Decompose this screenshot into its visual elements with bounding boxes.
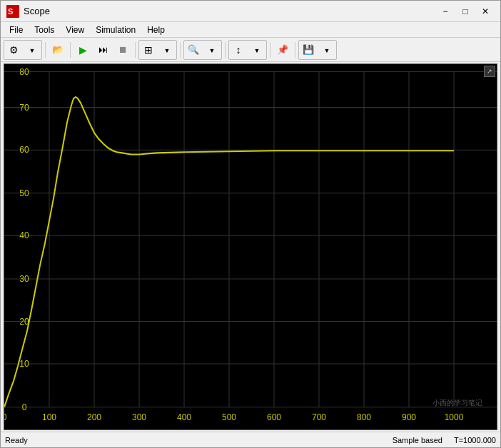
status-ready-label: Ready [5, 436, 393, 444]
settings-dropdown[interactable] [23, 41, 41, 59]
settings-icon [9, 44, 19, 56]
zoom-dropdown[interactable] [203, 41, 221, 59]
svg-text:60: 60 [19, 145, 29, 155]
settings-group [4, 40, 42, 60]
expand-button[interactable]: ↗ [484, 66, 495, 77]
svg-text:1000: 1000 [445, 412, 464, 422]
svg-text:300: 300 [132, 412, 146, 422]
svg-text:800: 800 [357, 412, 371, 422]
time-label: T=1000.000 [454, 436, 496, 444]
menu-help[interactable]: Help [141, 24, 171, 36]
zoom-icon [188, 44, 199, 55]
chevron-down-icon-5 [324, 45, 330, 55]
save-icon [303, 44, 314, 55]
window-controls: − □ ✕ [436, 4, 495, 19]
separator-3 [135, 42, 136, 58]
menu-file[interactable]: File [4, 24, 29, 36]
window-title: Scope [24, 6, 436, 16]
svg-text:S: S [8, 7, 13, 16]
separator-5 [225, 42, 226, 58]
plot-svg: 0 10 20 30 40 50 60 70 80 0 100 200 300 … [4, 64, 497, 429]
main-window: S Scope − □ ✕ File Tools View Simulation… [0, 0, 501, 448]
separator-4 [180, 42, 181, 58]
run-icon [79, 44, 87, 56]
zoom-button[interactable] [184, 41, 203, 59]
chevron-down-icon-3 [209, 45, 216, 55]
svg-text:900: 900 [402, 412, 416, 422]
separator-6 [270, 42, 270, 58]
sample-based-label: Sample based [393, 436, 442, 444]
svg-text:700: 700 [312, 412, 326, 422]
maximize-button[interactable]: □ [456, 4, 475, 19]
menu-tools[interactable]: Tools [29, 24, 60, 36]
svg-text:0: 0 [22, 402, 27, 412]
zoom-group [183, 40, 222, 60]
svg-text:80: 80 [19, 66, 29, 76]
svg-text:10: 10 [19, 359, 29, 369]
chevron-down-icon-2 [164, 45, 171, 55]
toolbar [1, 38, 500, 62]
chevron-down-icon [29, 45, 36, 55]
svg-text:0: 0 [4, 412, 7, 422]
save-group [298, 40, 337, 60]
pin-button[interactable] [273, 41, 292, 59]
stop-button[interactable] [113, 41, 132, 59]
close-button[interactable]: ✕ [476, 4, 495, 19]
axes-group [228, 40, 267, 60]
svg-text:500: 500 [222, 412, 236, 422]
svg-text:600: 600 [267, 412, 281, 422]
menu-bar: File Tools View Simulation Help [1, 22, 500, 38]
svg-text:70: 70 [19, 103, 29, 113]
separator-1 [45, 42, 46, 58]
save-dropdown[interactable] [318, 41, 336, 59]
separator-7 [295, 42, 295, 58]
svg-text:200: 200 [87, 412, 101, 422]
layout-button[interactable] [139, 41, 158, 59]
axes-button[interactable] [229, 41, 248, 59]
status-bar: Ready Sample based T=1000.000 [1, 432, 500, 447]
pin-icon [277, 44, 288, 55]
separator-2 [70, 42, 71, 58]
svg-text:30: 30 [19, 274, 29, 284]
minimize-button[interactable]: − [436, 4, 455, 19]
save-button[interactable] [299, 41, 318, 59]
status-right: Sample based T=1000.000 [393, 436, 496, 444]
layout-group [138, 40, 177, 60]
axes-dropdown[interactable] [248, 41, 266, 59]
layout-icon [144, 44, 153, 56]
settings-button[interactable] [4, 41, 23, 59]
title-bar: S Scope − □ ✕ [1, 1, 500, 22]
axes-icon [236, 44, 241, 56]
svg-text:40: 40 [19, 230, 29, 240]
svg-text:100: 100 [42, 412, 56, 422]
svg-rect-2 [4, 64, 497, 429]
svg-text:400: 400 [177, 412, 191, 422]
menu-view[interactable]: View [60, 24, 90, 36]
open-button[interactable] [49, 41, 67, 59]
run-button[interactable] [74, 41, 92, 59]
app-icon: S [6, 5, 19, 18]
layout-dropdown[interactable] [158, 41, 176, 59]
step-button[interactable] [93, 41, 112, 59]
open-icon [52, 44, 64, 55]
plot-area: 0 10 20 30 40 50 60 70 80 0 100 200 300 … [4, 63, 497, 430]
menu-simulation[interactable]: Simulation [90, 24, 141, 36]
chevron-down-icon-4 [254, 45, 260, 55]
stop-icon [118, 44, 128, 55]
step-icon [98, 44, 108, 55]
svg-text:50: 50 [19, 188, 29, 198]
